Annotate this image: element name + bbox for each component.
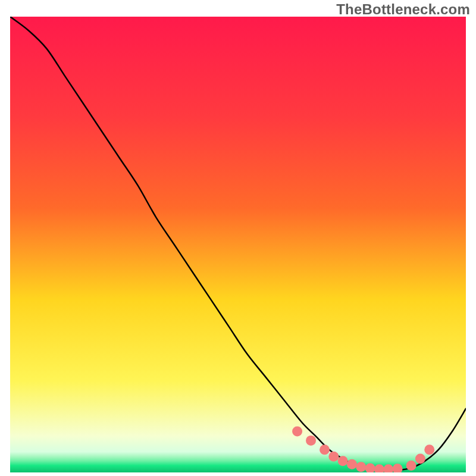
- chart-svg: [10, 17, 466, 472]
- sweet-spot-dot: [406, 461, 416, 471]
- chart-container: TheBottleneck.com: [0, 0, 476, 476]
- sweet-spot-dot: [292, 427, 302, 437]
- sweet-spot-dot: [415, 454, 425, 464]
- sweet-spot-dot: [356, 462, 366, 472]
- sweet-spot-dot: [320, 444, 330, 455]
- sweet-spot-dot: [306, 436, 316, 446]
- plot-area: [10, 17, 466, 472]
- sweet-spot-dot: [328, 452, 339, 462]
- sweet-spot-dot: [338, 456, 348, 466]
- sweet-spot-dot: [424, 444, 434, 455]
- sweet-spot-dot: [347, 459, 357, 469]
- watermark-text: TheBottleneck.com: [336, 1, 470, 18]
- gradient-background: [10, 17, 466, 472]
